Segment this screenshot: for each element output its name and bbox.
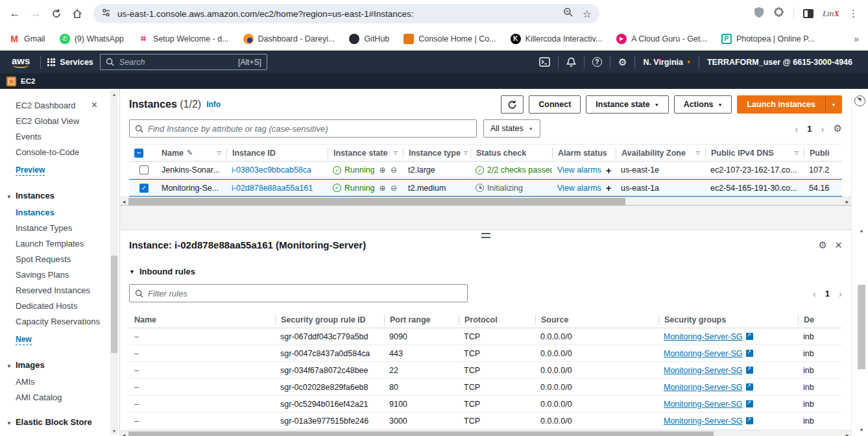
sidebar-item-instance-types[interactable]: Instance Types — [16, 221, 119, 236]
hscroll-thumb[interactable] — [128, 198, 625, 205]
url-text[interactable]: us-east-1.console.aws.amazon.com/ec2/hom… — [117, 9, 557, 19]
rules-column-header-protocol[interactable]: Protocol — [459, 315, 535, 325]
vscroll-thumb[interactable] — [858, 285, 865, 369]
select-all-checkbox[interactable]: – — [134, 149, 143, 158]
column-header-publi[interactable]: Publi — [804, 148, 842, 158]
notifications-bell-icon[interactable] — [559, 57, 584, 67]
row-checkbox[interactable] — [139, 165, 149, 175]
actions-button[interactable]: Actions▼ — [674, 95, 732, 114]
sidebar-item-reserved-instances[interactable]: Reserved Instances — [16, 283, 119, 298]
security-group-link[interactable]: Monitoring-Server-SG — [664, 332, 753, 341]
page-number[interactable]: 1 — [825, 289, 830, 298]
column-header-instance-id[interactable]: Instance ID — [226, 148, 328, 158]
help-icon[interactable]: ? — [585, 57, 610, 67]
bookmark-item[interactable]: ⌗Setup Welcome - d... — [138, 34, 229, 44]
instance-row[interactable]: ✓Monitoring-Se...i-02d878e88aa55a161✓Run… — [129, 179, 842, 197]
account-menu[interactable]: TERRAFORM_user @ 6615-3000-4946 — [699, 58, 860, 67]
row-checkbox[interactable]: ✓ — [139, 184, 149, 193]
security-group-link[interactable]: Monitoring-Server-SG — [664, 417, 753, 426]
instance-row[interactable]: Jenkins-Sonar...i-03803ec9bbcab58ca✓Runn… — [129, 162, 842, 179]
back-icon[interactable]: ← — [6, 5, 23, 22]
prev-page-icon[interactable]: ‹ — [795, 123, 798, 134]
instance-state-button[interactable]: Instance state▼ — [586, 95, 668, 114]
sidebar-item-instances[interactable]: Instances — [16, 205, 119, 221]
reload-icon[interactable] — [48, 5, 65, 22]
bookmark-item[interactable]: Dashboard - Dareyi... — [243, 34, 335, 44]
rule-row[interactable]: –sgr-0047c8437a0d584ca443TCP0.0.0.0/0Mon… — [129, 345, 842, 362]
detail-settings-gear-icon[interactable]: ⚙ — [818, 239, 826, 251]
sidebar-item-savings-plans[interactable]: Savings Plans — [16, 267, 119, 283]
next-page-icon[interactable]: › — [821, 123, 825, 134]
cloudshell-icon[interactable] — [531, 57, 558, 67]
sidebar-scroll-thumb[interactable] — [111, 256, 117, 353]
ec2-service-icon[interactable] — [6, 77, 16, 86]
sidebar-item-ec2-dashboard[interactable]: EC2 Dashboard — [16, 98, 119, 114]
inbound-rules-section-toggle[interactable]: ▼ Inbound rules — [129, 267, 842, 276]
rules-column-header-port-range[interactable]: Port range — [384, 315, 459, 325]
browser-menu-icon[interactable]: ⋮ — [849, 8, 859, 19]
adblock-shield-icon[interactable] — [754, 6, 764, 21]
instances-filter-field[interactable] — [129, 119, 477, 138]
extensions-puzzle-icon[interactable] — [773, 7, 784, 21]
rules-filter-input[interactable] — [148, 289, 462, 298]
rules-column-header-security-group-rule-id[interactable]: Security group rule ID — [275, 315, 384, 325]
bookmark-item[interactable]: Console Home | Co... — [404, 34, 496, 44]
rules-column-header-security-groups[interactable]: Security groups — [658, 315, 798, 325]
services-menu[interactable]: Services — [47, 58, 93, 67]
instances-filter-input[interactable] — [148, 124, 471, 134]
filter-icon[interactable]: ▽ — [217, 150, 221, 156]
detail-vscrollbar[interactable]: ▲ ▼ — [857, 226, 866, 433]
view-alarms-link[interactable]: View alarms — [557, 184, 601, 193]
sidebar-close-icon[interactable]: × — [91, 99, 97, 111]
rules-column-header-source[interactable]: Source — [535, 315, 658, 325]
launch-instances-button[interactable]: Launch instances — [737, 95, 825, 114]
view-alarms-link[interactable]: View alarms — [557, 165, 601, 175]
aws-logo[interactable]: aws — [8, 55, 34, 69]
bookmark-item[interactable]: MGmail — [9, 34, 45, 44]
sidebar-item-launch-templates[interactable]: Launch Templates — [16, 236, 119, 252]
sidebar-section-instances[interactable]: ▼Instances — [6, 188, 119, 205]
sidebar-scrollbar[interactable]: ▲ ▼ — [110, 90, 118, 435]
add-alarm-icon[interactable]: + — [606, 165, 612, 176]
rules-hscrollbar[interactable]: ◀ ▶ — [120, 430, 851, 436]
bookmark-item[interactable]: KKillercoda Interactiv... — [511, 34, 603, 44]
page-number[interactable]: 1 — [807, 124, 812, 134]
bookmark-item[interactable]: PPhotopea | Online P... — [721, 34, 814, 44]
bookmark-item[interactable]: ✆(9) WhatsApp — [60, 34, 124, 44]
focus-zoom-icons[interactable]: ⊕ ⊖ — [380, 165, 398, 175]
sidebar-item-volumes[interactable]: Volumes — [16, 431, 119, 436]
rule-row[interactable]: –sgr-0c02028e829fa6eb880TCP0.0.0.0/0Moni… — [129, 379, 842, 396]
settings-gear-icon[interactable]: ⚙ — [610, 56, 634, 68]
bookmark-star-icon[interactable]: ☆ — [583, 8, 592, 20]
focus-zoom-icons[interactable]: ⊕ ⊖ — [380, 184, 398, 193]
bookmarks-overflow-icon[interactable]: » — [854, 34, 859, 44]
launch-instances-dropdown[interactable]: ▼ — [825, 95, 842, 114]
home-icon[interactable] — [69, 5, 86, 22]
site-settings-icon[interactable] — [101, 8, 111, 20]
linx-extension-icon[interactable]: LinX — [823, 8, 839, 19]
scroll-left-icon[interactable]: ◀ — [120, 431, 128, 436]
region-selector[interactable]: N. Virginia ▼ — [635, 58, 699, 67]
sidebar-section-images[interactable]: ▼Images — [6, 357, 119, 374]
scroll-right-icon[interactable]: ▶ — [843, 197, 851, 205]
sidebar-section-elastic-block-store[interactable]: ▼Elastic Block Store — [6, 415, 119, 431]
column-header-public-ipv4-dns[interactable]: Public IPv4 DNS▽ — [705, 148, 804, 158]
security-group-link[interactable]: Monitoring-Server-SG — [664, 383, 753, 392]
state-filter-dropdown[interactable]: All states▼ — [483, 119, 540, 138]
column-header-name[interactable]: Name✎▽ — [156, 148, 226, 158]
column-header-instance-state[interactable]: Instance state▽ — [328, 148, 403, 158]
info-link[interactable]: Info — [206, 100, 221, 109]
filter-icon[interactable]: ▽ — [464, 150, 468, 156]
table-settings-gear-icon[interactable]: ⚙ — [834, 123, 842, 134]
sidebar-badge[interactable]: Preview — [16, 165, 45, 176]
filter-icon[interactable]: ▽ — [696, 150, 700, 156]
rule-row[interactable]: –sgr-034f67a8072c48bee22TCP0.0.0.0/0Moni… — [129, 362, 842, 379]
forward-icon[interactable]: → — [27, 5, 44, 22]
sidebar-item-events[interactable]: Events — [16, 129, 119, 145]
connect-button[interactable]: Connect — [529, 95, 581, 114]
scroll-down-icon[interactable]: ▼ — [110, 427, 118, 435]
panel-drag-handle-icon[interactable] — [481, 233, 490, 238]
side-panel-toggle-icon[interactable] — [803, 9, 814, 18]
sidebar-item-spot-requests[interactable]: Spot Requests — [16, 252, 119, 267]
edit-name-icon[interactable]: ✎ — [187, 149, 193, 157]
